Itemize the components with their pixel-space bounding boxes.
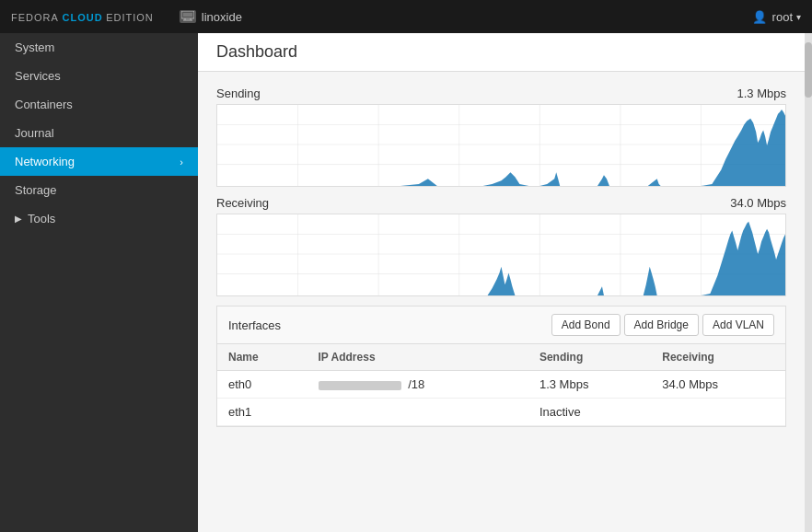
sidebar-item-services[interactable]: Services [0,62,198,90]
host-selector[interactable]: linoxide [180,10,242,24]
sidebar-item-label: Services [15,69,61,83]
eth0-ip-suffix: /18 [408,377,424,391]
sending-chart-svg [217,105,785,186]
sidebar-item-storage[interactable]: Storage [0,176,198,204]
eth1-sending: Inactive [528,399,651,426]
eth0-ip: /18 [307,371,528,399]
chevron-right-icon: › [180,156,183,168]
brand-label: FEDORA CLOUD EDITION [11,10,154,24]
sidebar: System Services Containers Journal Netwo… [0,33,198,532]
host-icon [180,10,196,23]
sending-chart-section: Sending 1.3 Mbps [216,87,786,187]
add-bond-button[interactable]: Add Bond [551,314,621,336]
sidebar-item-label: Journal [15,126,54,140]
table-row: eth1 Inactive [217,399,785,426]
receiving-chart-section: Receiving 34.0 Mbps [216,196,786,296]
ip-bar [319,381,401,390]
sidebar-item-tools[interactable]: ▶ Tools [0,204,198,233]
table-header-row: Name IP Address Sending Receiving [217,344,785,371]
eth0-receiving: 34.0 Mbps [651,371,785,399]
user-icon: 👤 [752,10,767,24]
scrollbar[interactable] [805,33,812,532]
content-area: Sending 1.3 Mbps [198,72,805,442]
receiving-value: 34.0 Mbps [730,196,786,210]
sidebar-item-system[interactable]: System [0,33,198,62]
interfaces-table: Name IP Address Sending Receiving eth0 /… [217,344,785,426]
receiving-chart [216,214,786,296]
layout: System Services Containers Journal Netwo… [0,33,812,532]
svg-rect-1 [183,13,192,17]
table-row: eth0 /18 1.3 Mbps 34.0 Mbps [217,371,785,399]
user-menu[interactable]: 👤 root ▾ [752,10,801,24]
eth0-name: eth0 [217,371,307,399]
sidebar-item-journal[interactable]: Journal [0,119,198,147]
svg-marker-14 [217,110,785,186]
interfaces-title: Interfaces [228,318,281,332]
host-name: linoxide [202,10,242,24]
sending-value: 1.3 Mbps [737,87,786,100]
sending-chart-header: Sending 1.3 Mbps [216,87,786,100]
tools-collapse-icon: ▶ [15,214,22,224]
col-name: Name [217,344,307,371]
eth1-name: eth1 [217,399,307,426]
col-receiving: Receiving [651,344,785,371]
eth0-sending: 1.3 Mbps [528,371,651,399]
receiving-chart-header: Receiving 34.0 Mbps [216,196,786,210]
receiving-chart-svg [217,214,785,295]
svg-marker-24 [217,222,785,295]
eth1-receiving [651,399,785,426]
interfaces-header: Interfaces Add Bond Add Bridge Add VLAN [217,306,785,344]
user-name: root [772,10,793,24]
sidebar-item-containers[interactable]: Containers [0,90,198,119]
sending-label: Sending [216,87,261,100]
interfaces-button-group: Add Bond Add Bridge Add VLAN [551,314,774,336]
sidebar-item-label: Tools [28,212,55,226]
page-header: Dashboard [198,33,805,72]
receiving-label: Receiving [216,196,269,210]
sending-chart [216,104,786,187]
topbar: FEDORA CLOUD EDITION linoxide 👤 root ▾ [0,0,812,33]
sidebar-item-label: Containers [15,98,73,111]
main-content: Dashboard Sending 1.3 Mbps [198,33,805,532]
user-caret-icon: ▾ [796,12,801,22]
sidebar-item-label: System [15,40,54,54]
col-ip: IP Address [307,344,528,371]
topbar-left: FEDORA CLOUD EDITION linoxide [11,10,242,24]
sidebar-item-label: Storage [15,183,57,197]
add-bridge-button[interactable]: Add Bridge [624,314,699,336]
eth1-ip [307,399,528,426]
sidebar-item-label: Networking [15,155,75,168]
sidebar-item-networking[interactable]: Networking › [0,147,198,176]
page-title: Dashboard [216,42,786,62]
interfaces-section: Interfaces Add Bond Add Bridge Add VLAN … [216,306,786,427]
col-sending: Sending [528,344,651,371]
add-vlan-button[interactable]: Add VLAN [702,314,774,336]
